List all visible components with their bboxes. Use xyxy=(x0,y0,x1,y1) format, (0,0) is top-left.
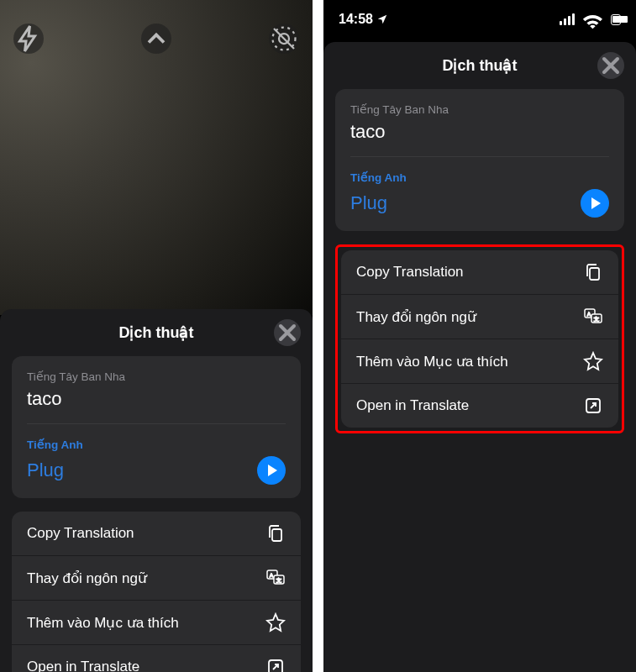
close-button[interactable] xyxy=(597,52,624,79)
change-label: Thay đổi ngôn ngữ xyxy=(27,570,147,587)
change-language-row[interactable]: Thay đổi ngôn ngữ A文 xyxy=(12,556,301,601)
status-time: 14:58 xyxy=(339,12,373,27)
target-lang-label: Tiếng Anh xyxy=(27,438,286,451)
sheet-title: Dịch thuật xyxy=(119,323,194,342)
flash-icon[interactable] xyxy=(13,24,44,54)
translation-card: Tiếng Tây Ban Nha taco Tiếng Anh Plug xyxy=(12,356,301,498)
svg-rect-13 xyxy=(590,268,599,280)
battery-icon xyxy=(611,14,621,25)
source-word: taco xyxy=(350,121,609,143)
signal-icon xyxy=(560,13,575,25)
play-button[interactable] xyxy=(257,456,286,485)
action-list: Copy Translation Thay đổi ngôn ngữ A文 Th… xyxy=(12,512,301,672)
change-label: Thay đổi ngôn ngữ xyxy=(356,308,476,326)
add-favorite-row[interactable]: Thêm vào Mục ưa thích xyxy=(12,601,301,645)
wifi-icon xyxy=(580,9,606,29)
add-favorite-row[interactable]: Thêm vào Mục ưa thích xyxy=(341,339,618,384)
location-icon xyxy=(376,13,388,25)
svg-text:A: A xyxy=(270,573,273,578)
fav-label: Thêm vào Mục ưa thích xyxy=(27,614,179,632)
copy-icon xyxy=(583,262,603,282)
camera-viewfinder xyxy=(0,0,313,315)
copy-translation-row[interactable]: Copy Translation xyxy=(341,250,618,295)
source-lang-label: Tiếng Tây Ban Nha xyxy=(350,102,609,116)
open-external-icon xyxy=(583,396,603,416)
source-lang-label: Tiếng Tây Ban Nha xyxy=(27,370,286,383)
open-label: Open in Translate xyxy=(27,659,139,672)
phone-left: Dịch thuật Tiếng Tây Ban Nha taco Tiếng … xyxy=(0,0,313,672)
copy-icon xyxy=(265,523,286,543)
divider xyxy=(27,423,286,424)
svg-text:文: 文 xyxy=(594,316,599,322)
translate-sheet: Dịch thuật Tiếng Tây Ban Nha taco Tiếng … xyxy=(0,309,313,672)
target-lang-label: Tiếng Anh xyxy=(350,171,609,184)
play-button[interactable] xyxy=(581,189,609,218)
copy-translation-row[interactable]: Copy Translation xyxy=(12,512,301,556)
fav-label: Thêm vào Mục ưa thích xyxy=(356,353,508,370)
svg-text:A: A xyxy=(587,312,591,317)
play-icon xyxy=(268,465,277,476)
target-word: Plug xyxy=(350,192,387,214)
play-icon xyxy=(591,197,601,209)
translate-bubble-icon: A文 xyxy=(583,307,603,327)
translate-sheet: Dịch thuật Tiếng Tây Ban Nha taco Tiếng … xyxy=(323,42,636,672)
divider xyxy=(350,156,609,157)
phone-right: 14:58 Dịch thuật Tiếng Tây Ban Nha taco … xyxy=(323,0,636,672)
status-bar: 14:58 xyxy=(323,0,636,34)
copy-label: Copy Translation xyxy=(356,264,464,281)
action-list: Copy Translation Thay đổi ngôn ngữ A文 Th… xyxy=(341,250,618,428)
change-language-row[interactable]: Thay đổi ngôn ngữ A文 xyxy=(341,295,618,339)
star-icon xyxy=(583,351,603,371)
open-translate-row[interactable]: Open in Translate xyxy=(12,645,301,672)
target-word: Plug xyxy=(27,459,64,481)
star-icon xyxy=(265,612,286,633)
close-button[interactable] xyxy=(274,319,301,346)
svg-rect-5 xyxy=(272,529,281,541)
live-photo-off-icon[interactable] xyxy=(269,24,299,54)
open-translate-row[interactable]: Open in Translate xyxy=(341,384,618,428)
svg-text:文: 文 xyxy=(276,577,281,583)
chevron-up-icon[interactable] xyxy=(141,24,171,54)
sheet-title: Dịch thuật xyxy=(443,56,518,75)
translate-bubble-icon: A文 xyxy=(265,568,286,588)
svg-line-2 xyxy=(274,29,294,49)
copy-label: Copy Translation xyxy=(27,525,134,542)
translation-card: Tiếng Tây Ban Nha taco Tiếng Anh Plug xyxy=(335,89,624,231)
open-external-icon xyxy=(265,657,286,672)
source-word: taco xyxy=(27,388,286,410)
highlight-annotation: Copy Translation Thay đổi ngôn ngữ A文 Th… xyxy=(335,244,624,433)
open-label: Open in Translate xyxy=(356,397,469,414)
